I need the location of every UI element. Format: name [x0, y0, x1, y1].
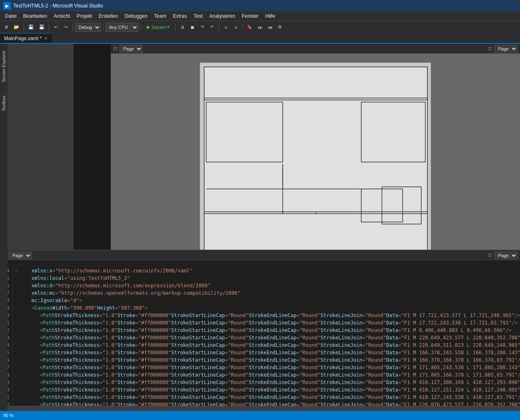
svg-rect-2: [204, 100, 427, 212]
start-dropdown-arrow: ▾: [167, 24, 169, 30]
toolbar-redo[interactable]: ↪: [61, 23, 70, 32]
menu-datei[interactable]: Datei: [2, 12, 20, 20]
tab-bar: MainPage.xaml * ✕: [0, 33, 520, 44]
toolbar-separator-8: [242, 24, 243, 31]
code-dropdown-right[interactable]: Page: [494, 252, 518, 259]
tab-label: MainPage.xaml *: [4, 36, 42, 41]
main-content: Server-Explorer Toolbox ☐ Page ☐ Page: [0, 44, 520, 411]
toolbar-btn-2[interactable]: ⏹: [188, 23, 197, 32]
toolbar-separator-4: [103, 24, 103, 31]
design-page-icon-left: ☐: [113, 46, 117, 51]
menu-ansicht[interactable]: Ansicht: [50, 12, 73, 20]
debug-mode-dropdown[interactable]: Debug: [75, 23, 101, 32]
tab-mainpage-xaml[interactable]: MainPage.xaml * ✕: [0, 33, 52, 43]
code-line-6: xmlns:d="http://schemas.microsoft.com/ex…: [23, 282, 517, 289]
menu-extras[interactable]: Extras: [169, 12, 190, 20]
code-line-21: <Path StrokeThickness="1.0" Stroke="#ff0…: [23, 394, 517, 401]
fold-9[interactable]: −: [15, 267, 18, 274]
code-line-18: <Path StrokeThickness="1.0" Stroke="#ff0…: [23, 371, 517, 379]
toolbar-align[interactable]: ≡: [221, 23, 230, 32]
floor-plan-svg: [200, 63, 432, 265]
toolbar-separator-3: [72, 24, 73, 31]
toolbar-bookmark-next[interactable]: ⏭: [255, 23, 265, 32]
toolbar-bookmark[interactable]: 🔖: [245, 23, 255, 32]
xaml-canvas-wrapper: [200, 62, 431, 265]
code-line-14: <Path StrokeThickness="1.0" Stroke="#ff0…: [23, 341, 517, 349]
toolbox-tab[interactable]: Toolbox: [0, 93, 7, 114]
menu-erstellen[interactable]: Erstellen: [95, 12, 122, 20]
vs-icon: ▶: [3, 2, 11, 10]
menu-bar: Datei Bearbeiten Ansicht Projekt Erstell…: [0, 12, 520, 21]
toolbar-new-project[interactable]: ⊕: [2, 23, 11, 32]
code-line-17: <Path StrokeThickness="1.0" Stroke="#ff0…: [23, 364, 517, 371]
truncated-line-area: ...: [0, 260, 520, 266]
code-scrollbar-h[interactable]: [0, 406, 520, 411]
code-text[interactable]: xmlns:x="http://schemas.microsoft.com/wi…: [20, 266, 520, 406]
toolbar: ⊕ 📂 💾 💾 ↩ ↪ Debug Any CPU ▶ Starten ▾ ⏸ …: [0, 21, 520, 33]
code-toolbar: ☐ Page ☐ Page: [0, 251, 520, 260]
code-line-13: <Path StrokeThickness="1.0" Stroke="#ff0…: [23, 334, 517, 341]
code-line-12: <Path StrokeThickness="1.0" Stroke="#ff0…: [23, 327, 517, 334]
code-dropdown[interactable]: Page: [9, 252, 32, 259]
menu-fenster[interactable]: Fenster: [239, 12, 262, 20]
menu-test[interactable]: Test: [190, 12, 206, 20]
code-line-8: mc:Ignorable="d">: [23, 297, 517, 304]
code-line-10: <Path StrokeThickness="1.0" Stroke="#ff0…: [23, 312, 517, 319]
code-line-16: <Path StrokeThickness="1.0" Stroke="#ff0…: [23, 356, 517, 364]
toolbar-btn-1[interactable]: ⏸: [178, 23, 187, 32]
code-editor-panel: ☐ Page ☐ Page ... 4 5 6 7 8 9 10: [0, 250, 520, 411]
server-explorer-tab[interactable]: Server-Explorer: [0, 48, 7, 85]
menu-projekt[interactable]: Projekt: [73, 12, 95, 20]
toolbar-btn-4[interactable]: ↶: [208, 23, 217, 32]
menu-hilfe[interactable]: Hilfe: [262, 12, 279, 20]
code-line-15: <Path StrokeThickness="1.0" Stroke="#ff0…: [23, 349, 517, 356]
code-body: 4 5 6 7 8 9 10 11 12 13 14 15 16 17 18 1…: [0, 266, 520, 406]
menu-debuggen[interactable]: Debuggen: [121, 12, 150, 20]
left-sidebar: Server-Explorer Toolbox: [0, 44, 7, 411]
toolbar-separator-7: [219, 24, 219, 31]
menu-bearbeiten[interactable]: Bearbeiten: [20, 12, 50, 20]
code-page-icon-right: ☐: [488, 253, 492, 258]
svg-rect-1: [204, 67, 427, 98]
code-line-5: xmlns:local="using:TestToHTML5_2": [23, 274, 517, 282]
code-line-4: xmlns:x="http://schemas.microsoft.com/wi…: [23, 267, 517, 274]
code-line-7: xmlns:mc="http://schemas.openxmlformats.…: [23, 289, 517, 297]
cpu-target-dropdown[interactable]: Any CPU: [105, 23, 138, 32]
toolbar-separator-5: [141, 24, 141, 31]
start-label: Starten: [151, 25, 166, 30]
start-icon: ▶: [147, 24, 150, 30]
toolbar-separator-2: [49, 24, 49, 31]
title-bar: ▶ TestToHTML5-2 - Microsoft Visual Studi…: [0, 0, 520, 12]
design-dropdown-right[interactable]: Page: [494, 45, 518, 52]
code-line-9: <Canvas Width="596.090" Height="507.368"…: [23, 304, 517, 312]
code-line-11: <Path StrokeThickness="1.0" Stroke="#ff0…: [23, 319, 517, 327]
toolbar-align2[interactable]: ≡: [231, 23, 240, 32]
tab-close-button[interactable]: ✕: [44, 36, 48, 41]
code-line-20: <Path StrokeThickness="1.0" Stroke="#ff0…: [23, 386, 517, 394]
menu-analysieren[interactable]: Analysieren: [206, 12, 239, 20]
code-line-19: <Path StrokeThickness="1.0" Stroke="#ff0…: [23, 379, 517, 386]
toolbar-save-all[interactable]: 💾: [37, 23, 47, 32]
toolbar-bookmark-prev[interactable]: ⏮: [265, 23, 274, 32]
design-dropdown-left[interactable]: Page: [119, 45, 143, 52]
status-bar: 90 %: [0, 411, 520, 420]
menu-team[interactable]: Team: [151, 12, 169, 20]
toolbar-undo[interactable]: ↩: [51, 23, 60, 32]
code-line-22: <Path StrokeThickness="1.0" Stroke="#ff0…: [23, 401, 517, 406]
toolbar-separator-6: [175, 24, 176, 31]
toolbar-settings[interactable]: ⚙: [275, 23, 284, 32]
design-toolbar: ☐ Page ☐ Page: [111, 44, 520, 54]
toolbar-separator-1: [24, 24, 24, 31]
toolbar-save[interactable]: 💾: [26, 23, 36, 32]
toolbar-open[interactable]: 📂: [12, 23, 21, 32]
window-title: TestToHTML5-2 - Microsoft Visual Studio: [13, 3, 103, 9]
start-button[interactable]: ▶ Starten ▾: [143, 23, 173, 32]
design-page-icon-right: ☐: [488, 46, 492, 51]
fold-markers: −: [13, 266, 20, 406]
status-zoom: 90 %: [3, 413, 14, 418]
toolbar-btn-3[interactable]: ↷: [198, 23, 207, 32]
